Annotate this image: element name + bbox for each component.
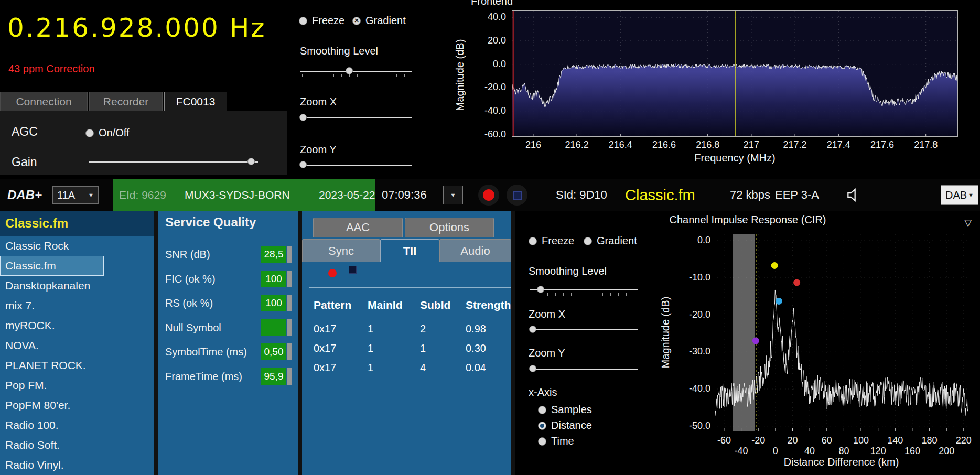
tii-table-row: 0x17140.04	[314, 362, 510, 374]
tii-cell: 0x17	[314, 362, 368, 374]
x-tick-label: 217.4	[817, 139, 859, 150]
x-tick-label: 217.8	[905, 139, 947, 150]
slider-ticks	[302, 74, 410, 77]
slider-thumb[interactable]	[299, 114, 307, 121]
service-item[interactable]: Classic Rock	[0, 236, 154, 256]
slider-thumb[interactable]	[247, 158, 255, 165]
slider-thumb[interactable]	[537, 286, 544, 293]
service-item[interactable]: Dansktopkanalen	[0, 276, 154, 296]
channel-selector[interactable]: 11A ▼	[52, 186, 99, 204]
service-item[interactable]: Radio 100.	[0, 415, 154, 435]
slider-thumb[interactable]	[299, 161, 307, 168]
xaxis-option-samples[interactable]: Samples	[538, 404, 592, 416]
smoothing-slider[interactable]	[300, 66, 412, 78]
service-item[interactable]: myROCK.	[0, 316, 154, 336]
spectrum-plot[interactable]	[512, 11, 957, 136]
bottom-section: Classic.fm Classic RockClassic.fmDanskto…	[0, 211, 980, 475]
service-item[interactable]: Classic.fm	[0, 256, 104, 276]
cir-y-axis-label: Magnitude (dB)	[660, 269, 672, 395]
quality-value-badge: 100	[261, 295, 286, 311]
record-button[interactable]	[478, 185, 499, 206]
x-tick-label: 220	[943, 435, 980, 446]
tab-sync[interactable]: Sync	[302, 239, 380, 262]
tii-column-header: Pattern	[314, 299, 368, 311]
splitter[interactable]	[298, 211, 302, 475]
service-item[interactable]: Radio Vinyl.	[0, 455, 154, 475]
x-tick-label: 217.2	[774, 139, 816, 150]
splitter[interactable]	[154, 211, 158, 475]
tii-cell: 2	[420, 323, 466, 335]
x-tick-label: 217	[730, 139, 772, 150]
cir-smoothing-slider[interactable]	[530, 285, 638, 296]
cir-titlebar: Channel Impulse Response (CIR) ▽	[515, 214, 980, 226]
xaxis-option-distance[interactable]: Distance	[538, 419, 592, 431]
cir-freeze-label: Freeze	[542, 235, 574, 247]
cir-gradient-label: Gradient	[597, 235, 637, 247]
freeze-label: Freeze	[312, 15, 344, 27]
radio-icon	[584, 237, 592, 245]
slider-track	[89, 161, 258, 163]
y-tick-label: -10.0	[674, 272, 710, 283]
radio-icon	[529, 237, 537, 245]
cir-zoom-x-slider[interactable]	[530, 325, 638, 336]
tuner-tab-fc0013[interactable]: FC0013	[164, 92, 227, 111]
channel-value: 11A	[57, 189, 75, 201]
tab-audio[interactable]: Audio	[439, 239, 511, 262]
tab-options[interactable]: Options	[405, 218, 494, 237]
stop-button[interactable]	[507, 185, 527, 206]
service-item[interactable]: Pop FM.	[0, 375, 154, 395]
zoom-x-slider[interactable]	[300, 113, 412, 124]
cir-plot[interactable]	[715, 234, 968, 431]
gradient-toggle[interactable]: ✕ Gradient	[352, 15, 406, 27]
cir-gradient-toggle[interactable]: Gradient	[584, 235, 637, 247]
xaxis-option-time[interactable]: Time	[538, 435, 574, 447]
y-tick-label: -40.0	[469, 105, 506, 116]
zoom-x-label: Zoom X	[300, 96, 337, 108]
service-item[interactable]: NOVA.	[0, 336, 154, 355]
y-tick-label: -50.0	[674, 420, 710, 431]
y-tick-label: 40.0	[469, 12, 506, 23]
chevron-down-icon: ▼	[968, 192, 974, 198]
smoothing-label: Smoothing Level	[300, 45, 378, 57]
service-item[interactable]: PLANET ROCK.	[0, 355, 154, 375]
freeze-toggle[interactable]: Freeze	[299, 15, 344, 27]
cir-freeze-toggle[interactable]: Freeze	[529, 235, 574, 247]
output-selector[interactable]: DAB ▼	[941, 185, 978, 205]
quality-row: SymbolTime (ms)0,50	[165, 343, 293, 361]
protection-label: EEP 3-A	[775, 188, 819, 202]
zoom-y-slider[interactable]	[300, 160, 412, 171]
sync-indicator-square	[349, 266, 357, 274]
quality-title: Service Quality	[165, 215, 256, 230]
service-item[interactable]: Radio Soft.	[0, 435, 154, 455]
service-item[interactable]: mix 7.	[0, 296, 154, 316]
ensemble-name: MUX3-SYDSJ-BORN	[185, 189, 290, 201]
top-section: 0.216.928.000 Hz 43 ppm Correction Conne…	[0, 0, 980, 179]
x-tick-label: 216.4	[599, 139, 641, 150]
current-service: Classic.fm	[625, 187, 695, 204]
radio-icon	[85, 129, 94, 137]
speaker-icon[interactable]	[845, 187, 862, 203]
slider-thumb[interactable]	[529, 326, 536, 333]
slider-thumb[interactable]	[346, 67, 353, 74]
tuner-tab-content: AGC On/Off Gain	[0, 111, 287, 175]
tuner-tab-recorder[interactable]: Recorder	[89, 92, 163, 111]
slider-track	[300, 117, 412, 118]
gain-slider[interactable]	[89, 157, 258, 168]
tab-aac[interactable]: AAC	[313, 218, 403, 237]
tii-column-header: Strength	[466, 299, 510, 311]
tuner-tab-connection[interactable]: Connection	[0, 92, 88, 111]
chevron-down-icon: ▼	[88, 192, 94, 198]
dropdown-button[interactable]: ▼	[443, 186, 463, 204]
time-label: 07:09:36	[382, 188, 427, 202]
service-list: Classic RockClassic.fmDansktopkanalenmix…	[0, 236, 154, 475]
chevron-down-icon: ▼	[450, 192, 456, 198]
splitter[interactable]	[511, 211, 515, 475]
service-quality-panel: Service Quality SNR (dB)28,5FIC (ok %)10…	[158, 211, 298, 475]
cir-zoom-y-slider[interactable]	[530, 364, 638, 375]
slider-thumb[interactable]	[529, 365, 536, 372]
tab-tii[interactable]: TII	[380, 239, 439, 262]
service-item[interactable]: PopFM 80'er.	[0, 395, 154, 415]
agc-toggle[interactable]: On/Off	[85, 127, 130, 139]
collapse-icon[interactable]: ▽	[964, 217, 972, 229]
agc-label: AGC	[12, 125, 38, 139]
